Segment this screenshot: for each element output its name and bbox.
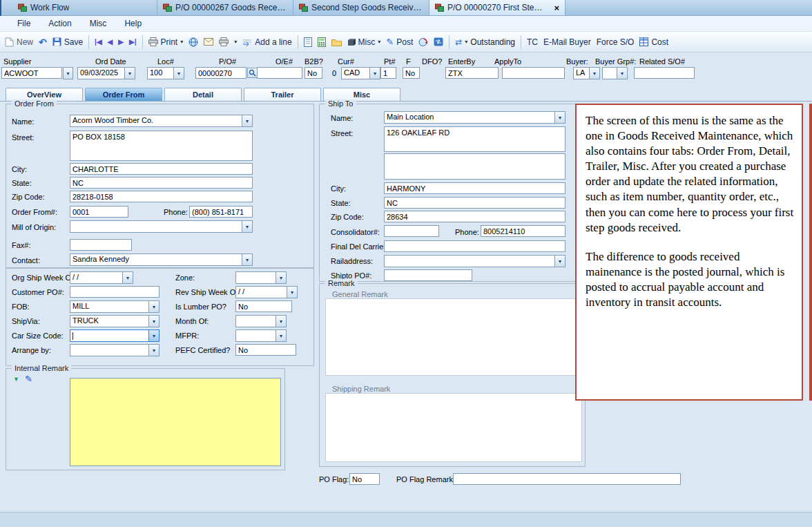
dropdown-button[interactable]: ▾ <box>276 316 286 327</box>
shipvia-combo[interactable]: TRUCK ▾ <box>70 315 160 327</box>
contact-combo[interactable]: Sandra Kennedy ▾ <box>70 253 253 266</box>
post-button[interactable]: ✎ Post <box>383 35 416 48</box>
buyer-grp-combo[interactable]: ▾ <box>602 67 628 79</box>
order-from-no-input[interactable] <box>70 206 128 218</box>
order-from-phone-input[interactable] <box>189 206 253 218</box>
menu-misc[interactable]: Misc <box>81 17 116 30</box>
calculator-button[interactable] <box>315 36 329 48</box>
new-button[interactable]: New <box>2 36 36 48</box>
misc-button[interactable]: Misc ▾ <box>345 36 384 48</box>
window-tab-workflow[interactable]: Work Flow <box>0 0 157 15</box>
internal-remark-input[interactable] <box>70 378 281 466</box>
shipping-remark-input[interactable] <box>325 393 582 462</box>
dropdown-button[interactable]: ▾ <box>554 112 565 123</box>
ord-date-combo[interactable]: 09/03/2025 ▾ <box>77 67 135 79</box>
consolidator-input[interactable] <box>384 225 439 237</box>
order-from-street-input[interactable]: PO BOX 18158 <box>70 131 253 161</box>
nav-first-button[interactable]: |◀ <box>92 37 105 47</box>
ship-to-phone-input[interactable] <box>481 225 566 237</box>
expand-down-icon[interactable]: ▼ <box>13 376 19 383</box>
document-button[interactable] <box>301 36 315 48</box>
dropdown-button[interactable]: ▾ <box>242 221 252 232</box>
folder-button[interactable] <box>329 37 345 48</box>
refresh-button[interactable] <box>416 36 431 48</box>
dropdown-button[interactable]: ▾ <box>242 254 252 265</box>
ship-to-street-input-2[interactable] <box>384 153 566 180</box>
rev-ship-week-combo[interactable]: / / ▾ <box>235 286 298 298</box>
dropdown-button[interactable]: ▾ <box>148 301 159 312</box>
loc-combo[interactable]: 100 ▾ <box>147 67 184 79</box>
general-remark-input[interactable] <box>325 298 582 376</box>
outstanding-button[interactable]: ⇄ ▾ Outstanding <box>452 36 518 48</box>
order-from-zip-input[interactable] <box>70 191 253 202</box>
dropdown-button[interactable]: ▾ <box>617 68 627 79</box>
nav-prev-button[interactable]: ◀ <box>105 37 116 47</box>
order-from-name-combo[interactable]: Acorn Wood Timber Co. ▾ <box>70 115 253 127</box>
po-flag-remark-input[interactable] <box>453 473 681 485</box>
tab-detail[interactable]: Detail <box>164 88 242 101</box>
dropdown-button[interactable]: ▾ <box>148 345 159 356</box>
pefc-certified-input[interactable] <box>235 344 296 356</box>
order-from-city-input[interactable] <box>70 163 253 175</box>
email-buyer-button[interactable]: E-Mail Buyer <box>541 36 594 48</box>
order-from-state-input[interactable] <box>70 177 253 189</box>
tab-order-from[interactable]: Order From <box>85 88 162 101</box>
transfer-button[interactable] <box>431 36 446 48</box>
buyer-combo[interactable]: LA ▾ <box>573 67 600 79</box>
dropdown-button[interactable]: ▾ <box>287 287 297 298</box>
menu-action[interactable]: Action <box>39 17 80 30</box>
applyto-input[interactable] <box>502 67 565 79</box>
dropdown-button[interactable]: ▾ <box>148 316 159 327</box>
ship-to-name-combo[interactable]: Main Location ▾ <box>384 111 566 124</box>
supplier-input[interactable] <box>1 67 62 79</box>
quick-print-button[interactable] <box>216 36 231 48</box>
fob-combo[interactable]: MILL ▾ <box>70 300 160 313</box>
tab-trailer[interactable]: Trailer <box>244 88 321 101</box>
dropdown-button[interactable]: ▾ <box>276 330 286 341</box>
po-search-button[interactable] <box>247 68 258 78</box>
enterby-input[interactable] <box>445 67 499 79</box>
dropdown-button[interactable]: ▾ <box>589 68 599 79</box>
close-tab-icon[interactable]: × <box>554 3 559 13</box>
ship-to-city-input[interactable] <box>384 182 566 194</box>
nav-next-button[interactable]: ▶ <box>115 37 126 47</box>
month-of-combo[interactable]: ▾ <box>235 315 287 327</box>
dropdown-button[interactable]: ▾ <box>242 115 252 126</box>
window-tab-second-step[interactable]: Second Step Goods Received M... <box>293 0 429 15</box>
print-options-dropdown[interactable]: ▾ <box>231 37 240 46</box>
ship-to-street-input-1[interactable]: 126 OAKLEAF RD <box>384 126 566 152</box>
dropdown-button[interactable]: ▾ <box>124 68 135 79</box>
export-button[interactable] <box>186 36 201 48</box>
nav-last-button[interactable]: ▶| <box>126 37 139 47</box>
is-lumber-po-input[interactable] <box>235 300 292 312</box>
dropdown-button[interactable]: ▾ <box>173 68 184 79</box>
related-so-input[interactable] <box>634 67 695 79</box>
cur-combo[interactable]: CAD ▾ <box>341 67 380 79</box>
customer-po-input[interactable] <box>70 286 160 298</box>
po-flag-input[interactable] <box>349 473 380 485</box>
oe-input[interactable] <box>257 67 302 79</box>
dropdown-button[interactable]: ▾ <box>554 256 565 267</box>
save-button[interactable]: Save <box>50 36 86 48</box>
dropdown-button[interactable]: ▾ <box>369 68 380 79</box>
arrange-by-combo[interactable]: ▾ <box>70 344 160 356</box>
menu-file[interactable]: File <box>8 17 39 30</box>
f-input[interactable] <box>403 67 420 79</box>
supplier-dropdown-button[interactable]: ▾ <box>63 67 73 79</box>
print-button[interactable]: Print ▾ <box>146 36 186 48</box>
window-tab-po270-active[interactable]: P/O 00000270 First Step Go... × <box>429 0 566 15</box>
force-so-button[interactable]: Force S/O <box>594 36 637 48</box>
window-tab-po267[interactable]: P/O 00000267 Goods Received ... <box>157 0 293 15</box>
fax-input[interactable] <box>70 239 132 251</box>
b2b-input[interactable] <box>304 67 322 79</box>
tc-button[interactable]: TC <box>524 36 541 48</box>
mill-of-origin-combo[interactable]: ▾ <box>70 220 253 233</box>
cost-button[interactable]: Cost <box>637 36 671 48</box>
add-line-button[interactable]: Add a line <box>240 36 294 48</box>
menu-help[interactable]: Help <box>115 17 151 30</box>
ship-to-state-input[interactable] <box>384 197 566 209</box>
ship-to-zip-input[interactable] <box>384 211 566 222</box>
po-input[interactable] <box>195 67 246 79</box>
edit-remark-icon[interactable]: ✎ <box>25 374 32 384</box>
shipto-po-input[interactable] <box>384 269 472 281</box>
